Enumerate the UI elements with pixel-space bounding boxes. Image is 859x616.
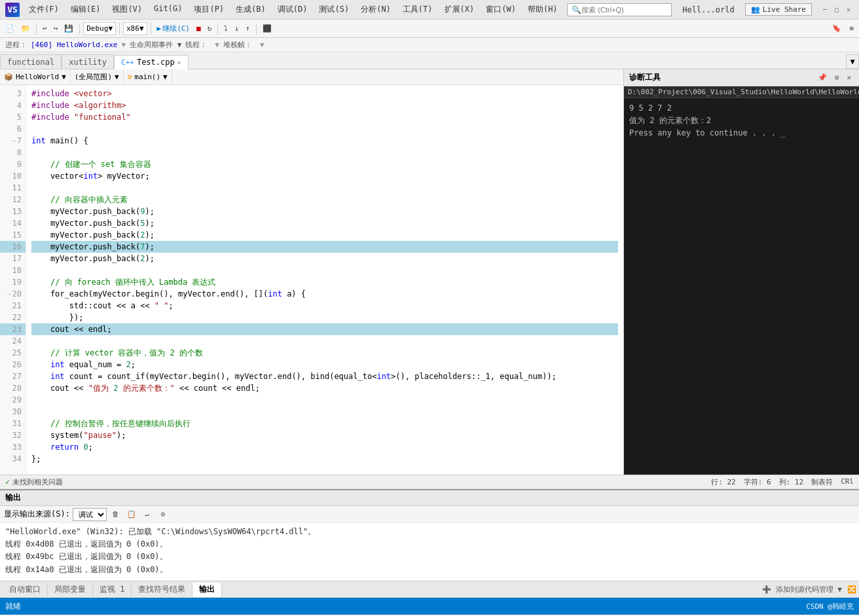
code-line-34: };: [31, 453, 618, 465]
status-right: 行: 22 字符: 6 列: 12 制表符 CRl: [711, 477, 854, 487]
live-share-button[interactable]: 👥 Live Share: [745, 3, 812, 16]
save-button[interactable]: 💾: [62, 23, 76, 34]
line-num-13: 13: [0, 206, 26, 217]
menu-item-w[interactable]: 窗口(W): [481, 2, 521, 17]
output-copy-button[interactable]: 📋: [125, 508, 138, 521]
tab-xutility[interactable]: xutility: [62, 54, 114, 69]
step-out-button[interactable]: ↑: [243, 23, 253, 34]
line-num-18: 18: [0, 264, 26, 276]
code-line-15: myVector.push_back(2);: [31, 229, 618, 241]
bottom-tab-监视1[interactable]: 监视 1: [93, 583, 132, 597]
git-icon: 🔀: [847, 585, 856, 594]
search-input[interactable]: [581, 6, 660, 14]
menu-item-x[interactable]: 扩展(X): [439, 2, 480, 17]
restart-button[interactable]: ↻: [205, 23, 215, 34]
code-line-20: for_each(myVector.begin(), myVector.end(…: [31, 288, 618, 300]
tab-functional[interactable]: functional: [0, 54, 62, 69]
format-button[interactable]: ≡: [847, 23, 856, 34]
menu-item-d[interactable]: 调试(D): [272, 2, 313, 17]
bottom-tab-自动窗口[interactable]: 自动窗口: [3, 583, 48, 597]
menu-item-b[interactable]: 生成(B): [230, 2, 271, 17]
project-icon: 📦: [4, 73, 13, 81]
bookmark-button[interactable]: 🔖: [830, 23, 844, 34]
search-box[interactable]: 🔍: [567, 3, 672, 16]
config-dropdown[interactable]: Debug ▼: [83, 22, 116, 35]
line-num-14: 14: [0, 217, 26, 229]
code-area[interactable]: #include <vector>#include <algorithm>#in…: [26, 85, 623, 475]
platform-dropdown[interactable]: x86 ▼: [123, 22, 147, 35]
menu-item-h[interactable]: 帮助(H): [522, 2, 563, 17]
output-clear-button[interactable]: 🗑: [109, 508, 122, 521]
close-button[interactable]: ✕: [843, 5, 854, 15]
code-line-7: int main() {: [31, 135, 618, 147]
project-arrow: ▼: [62, 73, 66, 81]
menu-item-n[interactable]: 分析(N): [356, 2, 396, 17]
code-line-33: return 0;: [31, 441, 618, 453]
menu-item-s[interactable]: 测试(S): [314, 2, 354, 17]
diag-panel-title: 诊断工具: [629, 72, 661, 83]
output-filter-button[interactable]: ⚙: [156, 508, 170, 521]
scope-dropdown[interactable]: (全局范围) ▼: [71, 69, 124, 84]
bottom-tabs-right: ➕ 添加到源代码管理 ▼ 🔀: [762, 585, 856, 594]
menu-item-e[interactable]: 编辑(E): [65, 2, 106, 17]
line-num-5: 5: [0, 111, 26, 123]
line-num-34: 34: [0, 453, 26, 465]
bottom-tab-输出[interactable]: 输出: [192, 583, 222, 597]
new-file-button[interactable]: 📄: [3, 23, 17, 34]
minimize-button[interactable]: ─: [820, 5, 830, 15]
bottom-tab-查找符号结果[interactable]: 查找符号结果: [132, 583, 192, 597]
function-dropdown[interactable]: ⚙ main() ▼: [124, 69, 172, 84]
process-label: 进程：: [5, 40, 27, 50]
window-title: Hell...orld: [682, 5, 734, 14]
output-panel: 输出 显示输出来源(S): 调试 🗑 📋 ↵ ⚙ "HelloWorld.exe…: [0, 489, 859, 581]
output-wrap-button[interactable]: ↵: [141, 508, 154, 521]
stop-button[interactable]: ■: [194, 23, 204, 34]
open-button[interactable]: 📁: [18, 23, 33, 34]
fold-icon[interactable]: −: [7, 291, 11, 298]
menu-item-v[interactable]: 视图(V): [107, 2, 147, 17]
process-value: [460] HelloWorld.exe: [31, 41, 117, 49]
output-panel-title: 输出: [5, 492, 21, 503]
step-into-button[interactable]: ↓: [232, 23, 242, 34]
menu-item-gitg[interactable]: Git(G): [149, 2, 187, 17]
output-source-label: 显示输出来源(S):: [4, 509, 70, 520]
redo-button[interactable]: ↪: [51, 23, 61, 34]
console-line: 值为 2 的元素个数：2: [629, 115, 854, 127]
fold-icon[interactable]: −: [12, 137, 16, 145]
code-line-22: });: [31, 312, 618, 323]
console-path: D:\002_Project\006_Visual_Studio\HelloWo…: [624, 86, 859, 98]
diag-close-button[interactable]: ✕: [844, 73, 854, 82]
output-panel-header: 输出: [0, 490, 859, 506]
menu-item-p[interactable]: 项目(P): [189, 2, 229, 17]
code-line-31: // 控制台暂停，按任意键继续向后执行: [31, 418, 618, 429]
tabs-dropdown[interactable]: ▼: [846, 54, 859, 69]
breakpoints-button[interactable]: ⬛: [260, 23, 274, 34]
menu-item-f[interactable]: 文件(F): [24, 2, 64, 17]
line-num-25: 25: [0, 347, 26, 359]
continue-button[interactable]: ▶ 继续(C): [155, 22, 193, 35]
code-line-18: [31, 264, 618, 276]
window-controls: ─ □ ✕: [820, 5, 854, 15]
step-over-button[interactable]: ⤵: [221, 23, 230, 34]
menu-item-t[interactable]: 工具(T): [397, 2, 438, 17]
code-line-10: vector<int> myVector;: [31, 170, 618, 182]
source-control-button[interactable]: ➕ 添加到源代码管理 ▼: [762, 585, 842, 594]
status-encoding: CRl: [841, 477, 854, 487]
maximize-button[interactable]: □: [832, 5, 842, 15]
output-source-dropdown[interactable]: 调试: [73, 508, 107, 521]
tab-test-cpp-close[interactable]: ✕: [177, 59, 181, 66]
project-dropdown[interactable]: 📦 HelloWorld ▼: [0, 69, 71, 84]
line-num-4: 4: [0, 100, 26, 111]
process-sep2: ▼: [215, 41, 219, 49]
bottom-tab-局部变量[interactable]: 局部变量: [48, 583, 93, 597]
output-line: 线程 0x14a0 已退出，返回值为 0 (0x0)。: [5, 564, 854, 576]
diag-panel-controls: 📌 ⚙ ✕: [815, 73, 854, 82]
undo-button[interactable]: ↩: [40, 23, 50, 34]
watermark: CSDN @韩睦充: [806, 602, 854, 611]
diag-settings-button[interactable]: ⚙: [832, 73, 842, 82]
diag-pin-button[interactable]: 📌: [815, 73, 830, 82]
process-bar: 进程： [460] HelloWorld.exe ▼ 生命周期事件 ▼ 线程： …: [0, 38, 859, 52]
line-num-30: 30: [0, 406, 26, 418]
tab-test-cpp[interactable]: C++ Test.cpp ✕: [114, 55, 189, 69]
editor-tabs: functional xutility C++ Test.cpp ✕ ▼: [0, 52, 859, 69]
